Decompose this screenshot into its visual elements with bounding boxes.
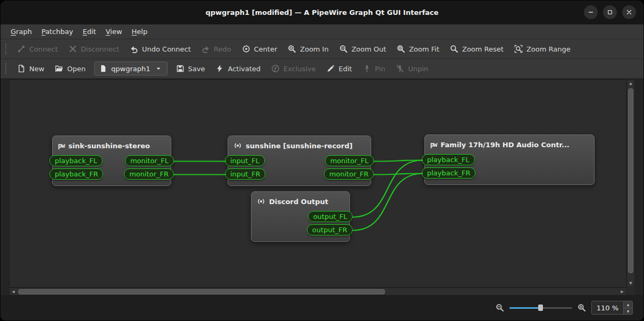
- scroll-right-button[interactable]: ▶: [618, 288, 626, 295]
- exclusive-icon: [271, 64, 280, 73]
- zoom-out-icon: [339, 45, 348, 53]
- menu-help[interactable]: Help: [127, 26, 153, 38]
- new-icon: [17, 64, 26, 73]
- center-button[interactable]: Center: [237, 42, 282, 56]
- zoom-reset-button[interactable]: Zoom Reset: [445, 42, 508, 56]
- app-window: qpwgraph1 [modified] — A PipeWire Graph …: [0, 0, 644, 321]
- patchbay-toolbar: NewOpenqpwgraph1SaveActivatedExclusiveEd…: [1, 59, 643, 79]
- connect-button[interactable]: Connect: [12, 42, 63, 56]
- spin-down-button[interactable]: ▼: [624, 308, 632, 315]
- port-row: playback_FL: [425, 154, 594, 165]
- edit-icon: [327, 64, 335, 73]
- zoom-in-button[interactable]: Zoom In: [283, 42, 333, 56]
- edit-button[interactable]: Edit: [322, 62, 357, 75]
- new-button[interactable]: New: [12, 62, 49, 75]
- redo-button[interactable]: Redo: [197, 42, 236, 56]
- activated-button[interactable]: Activated: [211, 62, 265, 75]
- combo-arrow-icon: [154, 64, 163, 73]
- pw-icon: pw: [58, 142, 64, 149]
- node-sunshine[interactable]: sunshine [sunshine-record]input_FLmonito…: [228, 136, 371, 186]
- node-title: sunshine [sunshine-record]: [246, 142, 353, 150]
- vertical-scrollbar[interactable]: ▲ ▼: [626, 79, 635, 288]
- zoom-in-icon: [288, 45, 296, 53]
- menu-edit[interactable]: Edit: [78, 26, 101, 38]
- menu-view[interactable]: View: [101, 26, 127, 38]
- port-discord-output_FR[interactable]: output_FR: [307, 224, 353, 235]
- unpin-icon: [396, 64, 404, 73]
- disconnect-icon: [69, 45, 77, 53]
- port-sink-monitor_FL[interactable]: monitor_FL: [125, 155, 174, 166]
- zoom-out-button[interactable]: Zoom Out: [334, 42, 391, 56]
- redo-icon: [202, 45, 210, 53]
- zoom-fit-button[interactable]: Zoom Fit: [392, 42, 444, 56]
- pin-button[interactable]: Pin: [358, 62, 390, 75]
- horizontal-scrollbar-thumb[interactable]: [18, 289, 385, 294]
- maximize-button[interactable]: [603, 5, 617, 19]
- open-icon: [55, 64, 63, 73]
- spinbox-buttons: ▲ ▼: [623, 301, 632, 314]
- node-sink[interactable]: pwsink-sunshine-stereoplayback_FLmonitor…: [52, 136, 171, 186]
- zoom-slider[interactable]: [509, 303, 572, 312]
- port-family-playback_FL[interactable]: playback_FL: [422, 154, 475, 165]
- node-family[interactable]: pwFamily 17h/19h HD Audio Contr...playba…: [424, 134, 595, 185]
- file-icon: [99, 64, 107, 73]
- port-sunshine-input_FL[interactable]: input_FL: [225, 155, 265, 166]
- menu-graph[interactable]: Graph: [6, 26, 37, 38]
- qpwgraph1-combo[interactable]: qpwgraph1: [94, 62, 167, 75]
- title-bar[interactable]: qpwgraph1 [modified] — A PipeWire Graph …: [1, 1, 643, 24]
- scroll-up-button[interactable]: ▲: [627, 80, 634, 87]
- undo-icon: [130, 45, 138, 53]
- graph-canvas[interactable]: pwsink-sunshine-stereoplayback_FLmonitor…: [9, 79, 626, 288]
- node-discord[interactable]: Discord Outputoutput_FLoutput_FR: [251, 191, 350, 242]
- status-bar: 110 % ▲ ▼: [1, 295, 643, 320]
- undo-connect-button[interactable]: Undo Connect: [125, 42, 196, 56]
- port-sunshine-input_FR[interactable]: input_FR: [225, 168, 265, 180]
- port-family-playback_FR[interactable]: playback_FR: [422, 167, 475, 179]
- save-button[interactable]: Save: [171, 62, 210, 75]
- open-button[interactable]: Open: [50, 62, 90, 75]
- node-header: pwFamily 17h/19h HD Audio Contr...: [425, 135, 594, 154]
- scroll-left-button[interactable]: ◀: [10, 288, 17, 295]
- port-row: input_FRmonitor_FR: [228, 168, 371, 180]
- zoom-fit-icon: [397, 45, 405, 53]
- vertical-scrollbar-thumb[interactable]: [628, 88, 633, 273]
- speaker-icon: [233, 141, 242, 150]
- maximize-icon: [606, 9, 614, 16]
- port-row: playback_FRmonitor_FR: [53, 168, 171, 180]
- node-header: Discord Output: [252, 192, 349, 211]
- node-header: pwsink-sunshine-stereo: [53, 136, 171, 155]
- port-sunshine-monitor_FL[interactable]: monitor_FL: [325, 155, 374, 166]
- zoom-range-icon: [514, 45, 523, 53]
- zoom-percent-value[interactable]: 110 %: [592, 301, 623, 314]
- port-sink-playback_FR[interactable]: playback_FR: [49, 168, 103, 180]
- node-title: Family 17h/19h HD Audio Contr...: [440, 141, 569, 149]
- disconnect-button[interactable]: Disconnect: [64, 42, 124, 56]
- menu-bar: GraphPatchbayEditViewHelp: [1, 24, 643, 39]
- port-sink-monitor_FR[interactable]: monitor_FR: [124, 168, 174, 180]
- minimize-button[interactable]: [584, 5, 598, 19]
- node-title: sink-sunshine-stereo: [68, 142, 150, 150]
- port-row: output_FL: [252, 211, 349, 222]
- zoom-slider-thumb[interactable]: [538, 305, 543, 311]
- port-discord-output_FL[interactable]: output_FL: [308, 211, 353, 222]
- zoom-out-icon[interactable]: [496, 303, 504, 312]
- center-icon: [242, 45, 250, 53]
- speaker-icon: [257, 197, 265, 206]
- zoom-reset-icon: [450, 45, 458, 53]
- zoom-range-button[interactable]: Zoom Range: [509, 42, 575, 56]
- scroll-down-button[interactable]: ▼: [627, 280, 634, 287]
- connect-icon: [17, 45, 26, 53]
- toolbar-handle[interactable]: [5, 44, 6, 54]
- port-sink-playback_FL[interactable]: playback_FL: [49, 155, 103, 166]
- spin-up-button[interactable]: ▲: [624, 301, 632, 308]
- minimize-icon: [587, 9, 595, 16]
- zoom-percent-spinbox[interactable]: 110 % ▲ ▼: [591, 301, 633, 315]
- menu-patchbay[interactable]: Patchbay: [37, 26, 78, 38]
- exclusive-button[interactable]: Exclusive: [266, 62, 321, 75]
- close-button[interactable]: [622, 5, 636, 19]
- unpin-button[interactable]: Unpin: [391, 62, 433, 75]
- toolbar-handle[interactable]: [5, 63, 6, 74]
- graph-toolbar: ConnectDisconnectUndo ConnectRedoCenterZ…: [1, 39, 643, 59]
- zoom-in-icon[interactable]: [578, 303, 586, 312]
- port-sunshine-monitor_FR[interactable]: monitor_FR: [324, 168, 374, 180]
